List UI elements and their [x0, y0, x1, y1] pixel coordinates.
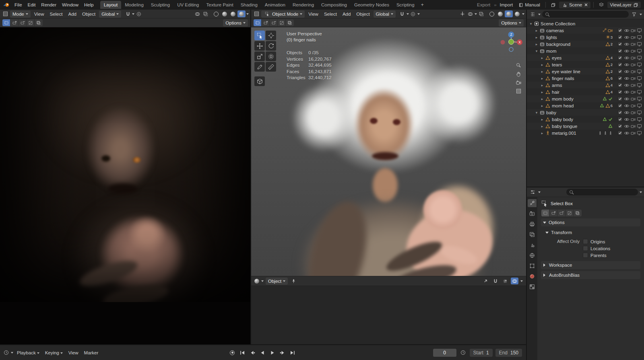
- disable-in-renders-icon[interactable]: [631, 89, 636, 95]
- jump-to-start-button[interactable]: [238, 349, 247, 357]
- selectability-checkbox[interactable]: [617, 130, 623, 136]
- outliner-search[interactable]: [542, 11, 629, 18]
- tool-properties-tab[interactable]: [528, 199, 537, 207]
- outliner-row-baby[interactable]: ▾baby: [527, 109, 644, 116]
- transform-tool[interactable]: [266, 51, 276, 61]
- render-view[interactable]: User Perspective (0) finger nails Object…: [251, 27, 526, 276]
- xray-toggle-icon[interactable]: [202, 10, 209, 17]
- auto-keying-clock-icon[interactable]: [459, 349, 467, 356]
- disable-in-viewports-icon[interactable]: [637, 55, 642, 60]
- selectability-checkbox[interactable]: [617, 117, 623, 122]
- disable-in-renders-icon[interactable]: [631, 62, 636, 67]
- selectability-checkbox[interactable]: [617, 89, 623, 95]
- outliner-row-lights[interactable]: ▸lights3: [527, 34, 644, 41]
- left-options-dropdown[interactable]: Options: [223, 19, 248, 27]
- outliner-row-hair[interactable]: ▸hair4: [527, 88, 644, 95]
- collapse-arrow-icon[interactable]: ▾: [528, 22, 533, 26]
- editor-type-icon[interactable]: [253, 10, 260, 17]
- disable-in-viewports-icon[interactable]: [637, 89, 642, 95]
- hide-in-viewport-eye-icon[interactable]: [624, 117, 630, 122]
- orientation-dropdown[interactable]: Global: [374, 10, 396, 18]
- disable-in-viewports-icon[interactable]: [637, 41, 642, 47]
- expand-arrow-icon[interactable]: ▸: [534, 35, 539, 39]
- expand-arrow-icon[interactable]: ▸: [540, 90, 545, 94]
- start-frame-field[interactable]: Start1: [470, 349, 493, 357]
- selectability-checkbox[interactable]: [617, 82, 623, 88]
- outliner-row-finger-nails[interactable]: ▸finger nails6: [527, 75, 644, 82]
- hide-in-viewport-eye-icon[interactable]: [624, 123, 630, 129]
- expand-arrow-icon[interactable]: ▸: [540, 63, 545, 67]
- mode-dropdown[interactable]: Object Mode: [261, 10, 305, 18]
- import-button[interactable]: Import: [497, 2, 516, 8]
- hide-in-viewport-eye-icon[interactable]: [624, 69, 630, 74]
- move-tool[interactable]: [254, 41, 265, 51]
- properties-search-input[interactable]: [576, 189, 635, 195]
- selectability-checkbox[interactable]: [617, 35, 623, 40]
- hide-in-viewport-eye-icon[interactable]: [624, 55, 630, 60]
- export-button[interactable]: Export: [475, 2, 493, 8]
- add-workspace-button[interactable]: +: [419, 2, 426, 8]
- properties-editor-icon[interactable]: [529, 189, 537, 195]
- snap-magnet-icon[interactable]: [398, 10, 406, 17]
- outliner-row-baby-body[interactable]: ▸baby body: [527, 116, 644, 123]
- transform-section-header[interactable]: Transform: [543, 228, 640, 237]
- disable-in-renders-icon[interactable]: [631, 35, 636, 40]
- output-properties-tab[interactable]: [528, 220, 537, 228]
- expand-arrow-icon[interactable]: ▸: [534, 42, 539, 46]
- hide-in-viewport-eye-icon[interactable]: [624, 89, 630, 95]
- parents-checkbox[interactable]: [583, 253, 588, 258]
- collapse-arrow-icon[interactable]: ▾: [534, 49, 539, 53]
- expand-arrow-icon[interactable]: ▸: [540, 124, 545, 128]
- workspace-tab-animation[interactable]: Animation: [261, 1, 289, 9]
- hide-in-viewport-eye-icon[interactable]: [624, 96, 630, 101]
- disable-in-renders-icon[interactable]: [631, 117, 636, 122]
- outliner-row-cameras[interactable]: ▸cameras: [527, 27, 644, 34]
- menu-file[interactable]: File: [12, 2, 25, 8]
- collapse-arrow-icon[interactable]: ▾: [534, 111, 539, 115]
- outliner-row-scene-collection[interactable]: ▾Scene Collection: [527, 20, 644, 27]
- overlay-toggle-icon[interactable]: [511, 278, 518, 284]
- select-extend-icon[interactable]: [262, 19, 270, 26]
- unlink-icon[interactable]: [584, 3, 588, 6]
- show-gizmo-icon[interactable]: [458, 10, 466, 17]
- disable-in-renders-icon[interactable]: [631, 123, 636, 129]
- scale-tool[interactable]: [254, 51, 265, 61]
- shading-wireframe-icon[interactable]: [488, 10, 496, 17]
- disable-in-viewports-icon[interactable]: [637, 123, 642, 129]
- timeline-menu-keying[interactable]: Keying: [42, 350, 66, 356]
- outliner-row-tears[interactable]: ▸tears2: [527, 61, 644, 68]
- disable-in-renders-icon[interactable]: [631, 110, 636, 115]
- proportional-edit-icon[interactable]: [409, 10, 417, 17]
- disable-in-viewports-icon[interactable]: [637, 69, 642, 74]
- camera-view-icon[interactable]: [516, 80, 521, 85]
- locations-checkbox[interactable]: [583, 246, 588, 251]
- hide-in-viewport-eye-icon[interactable]: [624, 48, 630, 53]
- hide-in-viewport-eye-icon[interactable]: [624, 76, 630, 81]
- left-menu-object[interactable]: Object: [79, 11, 98, 17]
- disable-in-viewports-icon[interactable]: [637, 35, 642, 40]
- selectability-checkbox[interactable]: [617, 48, 623, 53]
- select-set-icon[interactable]: [2, 19, 10, 26]
- hide-in-viewport-eye-icon[interactable]: [624, 41, 630, 47]
- origins-checkbox[interactable]: [583, 239, 588, 244]
- annotate-tool[interactable]: [254, 62, 265, 72]
- mode-extend-icon[interactable]: [549, 210, 557, 216]
- snap-magnet-icon[interactable]: [124, 10, 132, 17]
- workspace-tab-shading[interactable]: Shading: [237, 1, 261, 9]
- shading-solid-icon[interactable]: [496, 10, 504, 17]
- workspace-tab-scripting[interactable]: Scripting: [393, 1, 418, 9]
- shading-material-icon[interactable]: [505, 10, 513, 17]
- timeline-menu-playback[interactable]: Playback: [14, 350, 42, 356]
- hide-in-viewport-eye-icon[interactable]: [624, 35, 630, 40]
- workspace-tab-geometry-nodes[interactable]: Geometry Nodes: [351, 1, 393, 9]
- disable-in-renders-icon[interactable]: [631, 130, 636, 136]
- outliner-row-baby-tongue[interactable]: ▸baby tongue: [527, 123, 644, 130]
- proportional-edit-icon[interactable]: [135, 10, 142, 17]
- select-subtract-icon[interactable]: [270, 19, 278, 26]
- outliner-row-eye-water-line[interactable]: ▸eye water line2: [527, 68, 644, 75]
- viewport-menu-view[interactable]: View: [305, 11, 321, 17]
- zoom-icon[interactable]: [516, 63, 521, 68]
- mode-invert-icon[interactable]: [566, 210, 574, 216]
- outliner-row-mom-body[interactable]: ▸mom body: [527, 95, 644, 102]
- play-button[interactable]: [268, 349, 277, 357]
